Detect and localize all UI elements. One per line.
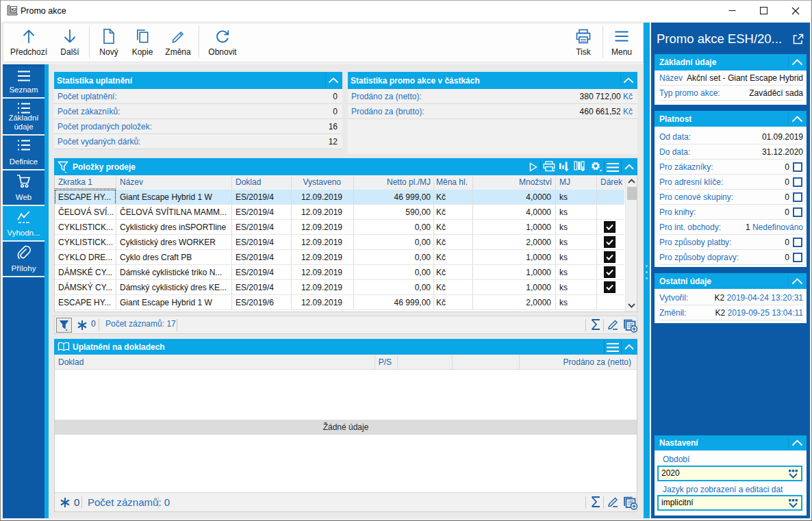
svg-text:K2: K2 (12, 8, 16, 12)
